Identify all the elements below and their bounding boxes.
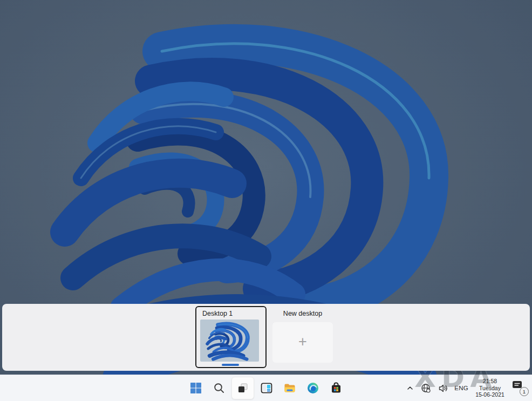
language-indicator[interactable]: ENG (454, 385, 468, 391)
clock-time: 21:58 (483, 378, 497, 385)
clock-day: Tuesday (479, 385, 501, 392)
new-desktop-label: New desktop (272, 310, 333, 317)
task-view-icon (237, 382, 249, 394)
desktop-1-card[interactable]: Desktop 1 (195, 306, 267, 368)
desktop-1-thumbnail (200, 320, 259, 362)
start-button[interactable] (185, 377, 207, 399)
active-desktop-indicator (222, 364, 239, 366)
clock[interactable]: 21:58 Tuesday 15-06-2021 (473, 378, 507, 398)
taskbar-icons (185, 375, 347, 401)
search-button[interactable] (208, 377, 230, 399)
show-hidden-icons-button[interactable] (405, 383, 415, 393)
folder-icon (283, 382, 296, 395)
edge-icon (306, 382, 319, 395)
task-view-button[interactable] (231, 377, 254, 399)
system-tray: ENG 21:58 Tuesday 15-06-2021 1 (405, 375, 528, 401)
store-button[interactable] (325, 377, 347, 399)
notification-center-button[interactable]: 1 (511, 380, 528, 396)
search-icon (213, 382, 226, 395)
shopping-bag-icon (330, 382, 343, 395)
chevron-up-icon (406, 384, 414, 392)
taskbar: ENG 21:58 Tuesday 15-06-2021 1 (0, 375, 532, 401)
clock-date: 15-06-2021 (475, 391, 504, 398)
edge-button[interactable] (302, 377, 324, 399)
volume-button[interactable] (437, 382, 449, 395)
desktop-screen: Desktop 1 New desktop + (0, 0, 532, 401)
widgets-button[interactable] (256, 377, 277, 399)
globe-icon (421, 383, 431, 393)
desktop-1-label: Desktop 1 (202, 310, 233, 317)
file-explorer-button[interactable] (279, 377, 301, 399)
new-desktop-button[interactable]: + (272, 322, 333, 363)
network-button[interactable] (420, 382, 432, 395)
notification-badge: 1 (520, 387, 529, 396)
plus-icon: + (298, 335, 307, 349)
speaker-icon (438, 383, 448, 393)
widgets-icon (260, 382, 273, 395)
windows-logo-icon (189, 382, 202, 395)
